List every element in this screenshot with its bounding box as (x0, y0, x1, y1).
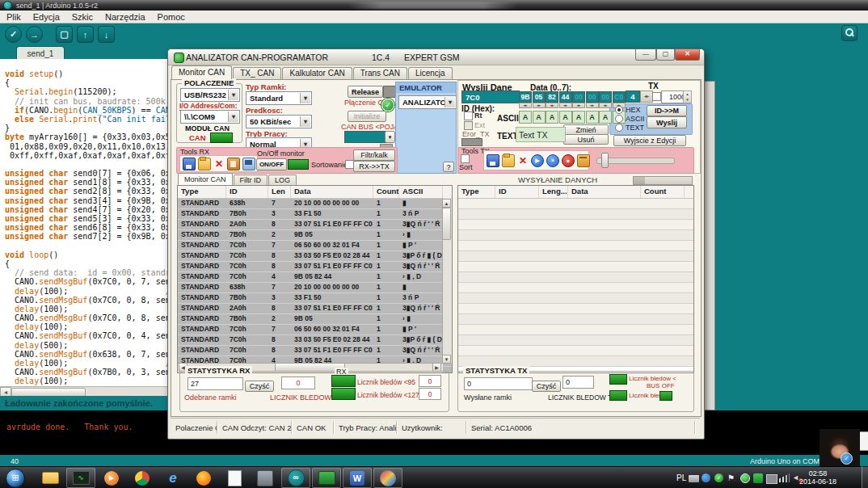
ascii-cell-6[interactable]: A (599, 111, 612, 124)
subtab-monitor-can[interactable]: Monitor CAN (178, 173, 233, 186)
interface-select[interactable]: USB/RS232 (180, 88, 240, 102)
taskbar-utility-app[interactable] (251, 468, 280, 488)
id-to-m-button[interactable]: ID->>M (647, 105, 687, 116)
scroll-up-icon[interactable]: ▲ (442, 199, 451, 208)
rx-frame-row[interactable]: STANDARD7B0h333 F1 5013 ń P (178, 293, 452, 304)
maximize-button[interactable]: ▢ (656, 49, 675, 61)
byte-spinner-1[interactable]: ◂▸ (533, 103, 546, 108)
taskbar-explorer[interactable] (36, 468, 65, 488)
rx-clear-button[interactable]: Czyść (245, 381, 274, 392)
tx-id-field[interactable]: 7C0 (461, 90, 520, 103)
length-spinner[interactable]: ◂▸ (640, 90, 653, 103)
clear-icon[interactable] (577, 154, 590, 167)
tab-tx-can[interactable]: TX_ CAN (233, 67, 281, 79)
tx-byte-6[interactable]: 00 (599, 91, 612, 103)
menu-item-pomoc[interactable]: Pomoc (158, 12, 185, 22)
ascii-cell-3[interactable]: A (559, 111, 572, 124)
language-indicator[interactable]: PL (676, 473, 686, 482)
open-icon[interactable] (198, 158, 211, 170)
upload-icon[interactable]: → (26, 26, 43, 43)
rx-frame-row[interactable]: STANDARD7C0h706 50 60 00 32 01 F41▮ P ' (178, 241, 452, 251)
taskbar-terminal-app[interactable]: ∿ (66, 468, 95, 488)
save-icon[interactable] (183, 158, 196, 170)
byte-spinner-6[interactable]: ◂▸ (599, 103, 612, 108)
rx-frame-row[interactable]: STANDARD7B0h333 F1 5013 ń P (178, 209, 452, 220)
taskbar-chrome[interactable] (128, 468, 157, 488)
paste-icon[interactable] (227, 158, 240, 170)
taskbar-finance-app[interactable] (312, 468, 341, 488)
radio-text[interactable] (615, 124, 623, 132)
onoff-button[interactable]: ON/OFF (256, 158, 287, 170)
stop-icon[interactable]: ■ (562, 154, 575, 167)
tx-byte-1[interactable]: 05 (533, 91, 546, 103)
radio-ascii[interactable] (615, 115, 623, 123)
menu-item-narzędzia[interactable]: Narzędzia (105, 12, 145, 22)
rx-frame-row[interactable]: STANDARD7B0h29B 051› ▮ (178, 314, 452, 325)
tx-byte-3[interactable]: 44 (559, 91, 572, 103)
notification-badge-icon[interactable]: ✓ (841, 452, 853, 465)
subtab-filtr-id[interactable]: Filtr ID (234, 175, 268, 186)
rx-frame-row[interactable]: STANDARD7B0h29B 051› ▮ (178, 230, 452, 241)
delete-icon[interactable]: ✕ (517, 155, 529, 166)
initialize-button[interactable]: Initialize (348, 111, 386, 122)
rx-frame-row[interactable]: STANDARD7C0h49B 05 82 441› ▮ , D (178, 272, 452, 283)
tab-trans-can[interactable]: Trans CAN (353, 67, 407, 79)
green-app-icon[interactable] (740, 473, 750, 483)
taskbar-word[interactable]: W (343, 468, 372, 488)
play-icon[interactable]: ▶ (531, 154, 544, 167)
rx-frame-row[interactable]: STANDARD7C0h833 07 51 F1 E0 FF FF C013▮Q… (178, 346, 452, 356)
start-button[interactable]: ⊞ (6, 469, 25, 488)
rx-scroll-thumb[interactable] (442, 208, 451, 240)
sketch-tab[interactable]: send_1 (16, 46, 65, 60)
tx-byte-0[interactable]: 9B (519, 91, 532, 103)
s-app-icon[interactable] (753, 473, 763, 483)
tx-send-table[interactable]: TypeIDLeng...DataCount (457, 185, 694, 373)
sort-tx-checkbox[interactable] (461, 154, 470, 163)
rx-to-tx-button[interactable]: RX->>TX (353, 161, 395, 172)
rx-frame-row[interactable]: STANDARD7C0h833 03 50 F5 E0 02 28 4413▮P… (178, 251, 452, 262)
flag-icon[interactable]: ⚑ (727, 473, 736, 483)
tx-byte-4[interactable]: 00 (572, 91, 585, 103)
byte-spinner-5[interactable]: ◂▸ (586, 103, 599, 108)
save-sketch-icon[interactable]: ↓ (98, 26, 115, 43)
skip-icon[interactable]: » (546, 154, 559, 167)
rx-frame-row[interactable]: STANDARD2A0h833 07 51 F1 E0 FF FF C013▮Q… (178, 220, 452, 230)
taskbar-paint[interactable] (373, 468, 402, 488)
exit-edit-button[interactable]: Wyjscie z Edycji (613, 135, 686, 146)
ascii-cell-4[interactable]: A (572, 111, 585, 124)
release-button[interactable]: Release (348, 86, 383, 98)
tab-licencja[interactable]: Licencja (408, 67, 453, 79)
serial-monitor-button[interactable] (841, 25, 857, 41)
taskbar-internet-explorer[interactable]: e (158, 468, 188, 488)
verify-icon[interactable]: ✓ (5, 26, 22, 43)
delete-icon[interactable]: ✕ (213, 158, 225, 170)
rx-frame-row[interactable]: STANDARD7C0h833 03 50 F5 E0 02 28 4413▮P… (178, 335, 452, 346)
close-button[interactable]: ✕ (675, 49, 700, 61)
tx-length-field[interactable]: 4 (626, 90, 640, 103)
rt-checkbox[interactable] (464, 111, 473, 120)
taskbar-media-player[interactable]: ▶ (97, 468, 126, 488)
rx-frame-row[interactable]: STANDARD2A0h833 07 51 F1 E0 FF FF C013▮Q… (178, 304, 452, 314)
interval-spinner[interactable]: ▴▾ (683, 90, 692, 103)
display-icon[interactable] (242, 158, 255, 170)
network-icon[interactable] (766, 474, 777, 484)
can-window-titlebar[interactable]: ANALIZATOR CAN-PROGRAMATOR 1C.4 EXPERT G… (168, 49, 704, 65)
rx-frame-row[interactable]: STANDARD7C0h706 50 60 00 32 01 F41▮ P ' (178, 325, 452, 335)
filter-calc-button[interactable]: Filtr/kalk (353, 149, 395, 161)
subtab-log[interactable]: LOG (268, 175, 297, 186)
rx-frame-row[interactable]: STANDARD638h720 10 00 00 00 00 001▮ (178, 283, 452, 293)
tx-byte-5[interactable]: 00 (586, 91, 599, 103)
ascii-cell-0[interactable]: A (519, 111, 532, 124)
open-icon[interactable] (502, 154, 515, 167)
ascii-cell-2[interactable]: A (546, 111, 558, 124)
help-button[interactable]: ? (443, 162, 454, 172)
tab-monitor-can[interactable]: Monitor CAN (171, 65, 232, 79)
tx-byte-7[interactable]: C0 (613, 91, 626, 103)
ascii-cell-1[interactable]: A (533, 111, 546, 124)
update-check-icon[interactable]: ✓ (714, 473, 723, 482)
menu-item-plik[interactable]: Plik (6, 12, 21, 22)
menu-item-szkic[interactable]: Szkic (72, 12, 93, 22)
com-port-select[interactable]: \\.\COM9 (180, 110, 240, 124)
save-icon[interactable] (487, 154, 499, 167)
taskbar-firefox[interactable] (189, 468, 218, 488)
